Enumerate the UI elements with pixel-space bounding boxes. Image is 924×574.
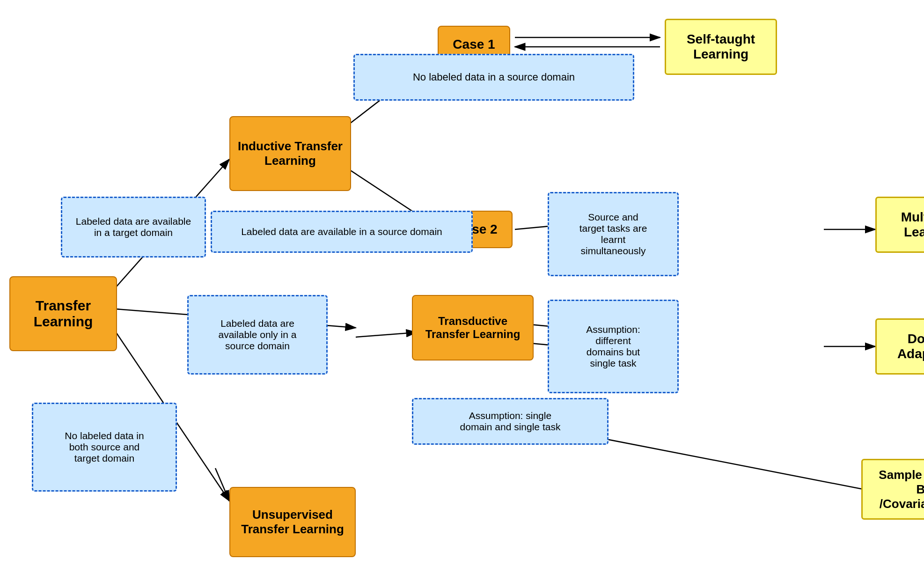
transfer-learning-node: Transfer Learning	[9, 276, 117, 351]
labeled-target-box: Labeled data are available in a target d…	[61, 197, 206, 258]
inductive-tl-node: Inductive Transfer Learning	[229, 116, 351, 191]
labeled-only-source-box: Labeled data are available only in a sou…	[187, 295, 328, 375]
svg-line-14	[356, 332, 417, 337]
different-domains-box: Assumption: different domains but single…	[548, 300, 679, 393]
domain-adaptation-node: Domain Adaptation	[875, 318, 924, 375]
self-taught-node: Self-taught Learning	[665, 19, 777, 75]
no-labeled-source-box: No labeled data in a source domain	[353, 54, 634, 101]
single-domain-box: Assumption: single domain and single tas…	[412, 398, 609, 445]
svg-line-15	[215, 468, 229, 501]
sample-selection-node: Sample Selection Bias /Covariance Shift	[861, 459, 924, 520]
source-target-simultaneously-box: Source and target tasks are learnt simul…	[548, 192, 679, 276]
multi-task-node: Multi-task Learning	[875, 197, 924, 253]
transductive-tl-node: Transductive Transfer Learning	[412, 295, 534, 361]
no-labeled-both-box: No labeled data in both source and targe…	[32, 403, 177, 492]
labeled-source-domain-box: Labeled data are available in a source d…	[211, 211, 473, 253]
unsupervised-tl-node: Unsupervised Transfer Learning	[229, 487, 356, 557]
